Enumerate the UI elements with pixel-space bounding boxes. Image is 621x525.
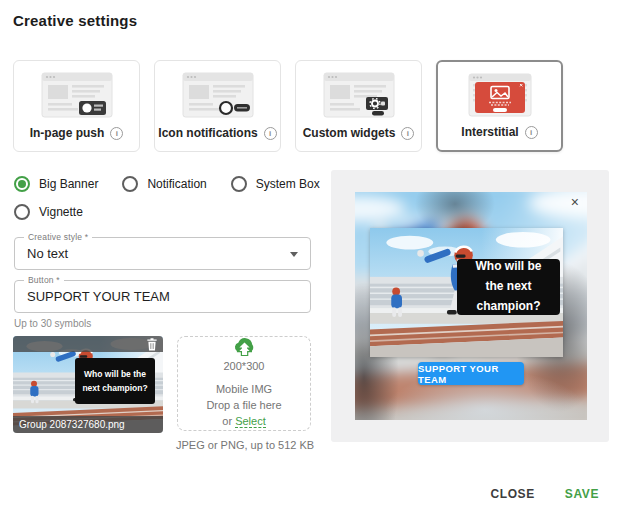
radio-vignette[interactable]: Vignette [14,204,83,220]
info-icon[interactable] [264,127,277,140]
inpage-push-illustration [38,70,116,120]
format-card-interstitial[interactable]: Interstitial [436,60,563,152]
preview-cta-button[interactable]: SUPPORT YOUR TEAM [418,362,524,385]
page-title: Creative settings [13,12,137,29]
dropzone-select-row: or Select [222,414,265,430]
dialog-footer: CLOSE SAVE [490,487,599,501]
button-text-field[interactable]: Button * [14,280,311,313]
select-file-link[interactable]: Select [235,415,266,428]
radio-notification[interactable]: Notification [122,176,206,192]
interstitial-preview: Who will be the next champion? SUPPORT Y… [355,192,587,420]
info-icon[interactable] [110,127,123,140]
format-card-label: Icon notifications [158,126,257,140]
format-card-list: In-page push Icon notifications [13,60,563,152]
radio-icon [14,204,30,220]
radio-icon [231,176,247,192]
banner-type-group: Big Banner Notification System Box [14,176,320,192]
button-field-label: Button * [24,276,64,285]
button-field-helper: Up to 30 symbols [14,318,91,329]
format-card-label: Custom widgets [303,126,396,140]
format-card-inpage-push[interactable]: In-page push [13,60,140,152]
format-card-custom-widgets[interactable]: Custom widgets [295,60,422,152]
format-card-label: Interstitial [461,125,518,139]
uploaded-image-thumbnail: Who will be the next champion? Group 208… [13,336,163,433]
info-icon[interactable] [401,127,414,140]
chevron-down-icon [290,252,298,257]
dropzone-helper: JPEG or PNG, up to 512 KB [176,439,314,451]
radio-icon [14,176,30,192]
format-card-label: In-page push [30,126,105,140]
uploaded-image-filename: Group 2087327680.png [13,416,163,433]
dropzone-size: 200*300 [224,359,265,375]
interstitial-illustration [461,71,539,121]
creative-style-select[interactable]: Creative style * No text [14,237,311,270]
preview-question-box: Who will be the next champion? [457,259,560,315]
creative-preview-panel: Who will be the next champion? SUPPORT Y… [331,170,609,442]
dropzone-or-text: or [222,415,235,427]
creative-style-value: No text [27,246,68,261]
button-text-input[interactable] [27,289,298,304]
radio-big-banner[interactable]: Big Banner [14,176,98,192]
radio-icon [122,176,138,192]
dropzone-kind: Mobile IMG [216,382,272,398]
radio-system-box[interactable]: System Box [231,176,320,192]
save-button[interactable]: SAVE [565,487,599,501]
creative-style-label: Creative style * [24,233,92,242]
mobile-img-dropzone[interactable]: 200*300 Mobile IMG Drop a file here or S… [177,336,311,431]
close-button[interactable]: CLOSE [490,487,534,501]
thumbnail-toolbar [13,336,163,352]
custom-widgets-illustration [320,70,398,120]
icon-notifications-illustration [179,70,257,120]
thumbnail-overlay-text: Who will be the next champion? [75,358,155,404]
dropzone-drop-text: Drop a file here [206,398,281,414]
banner-type-group-row2: Vignette [14,204,83,220]
info-icon[interactable] [525,126,538,139]
format-card-icon-notifications[interactable]: Icon notifications [154,60,281,152]
close-icon[interactable]: × [571,195,579,209]
trash-icon[interactable] [146,338,158,351]
cloud-upload-icon [232,337,257,356]
